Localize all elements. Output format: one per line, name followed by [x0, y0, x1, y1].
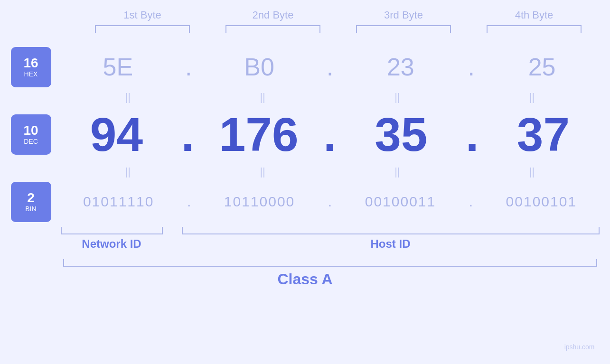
- bracket-top-1: [95, 25, 190, 33]
- bracket-top-4: [487, 25, 582, 33]
- eq1-4: ||: [485, 91, 580, 103]
- eq1-1: ||: [80, 91, 175, 103]
- dec-badge-num: 10: [23, 123, 38, 138]
- bin-dot3: .: [469, 194, 473, 210]
- dec-byte1: 94: [69, 107, 164, 162]
- bin-byte1: 01011110: [71, 194, 166, 210]
- id-labels-row: Network ID Host ID: [11, 237, 600, 251]
- bin-row: 2 BIN 01011110 . 10110000 . 00100011 . 0…: [11, 182, 600, 222]
- bin-badge-label: BIN: [25, 205, 36, 213]
- dec-badge-label: DEC: [24, 138, 38, 145]
- bracket-host-id: [182, 227, 600, 234]
- hex-dot1: .: [185, 53, 192, 81]
- bin-dot2: .: [328, 194, 332, 210]
- equals-row-1: || || || ||: [11, 91, 600, 103]
- bracket-network-id: [61, 227, 163, 234]
- byte3-header: 3rd Byte: [351, 9, 456, 21]
- dec-row: 10 DEC 94 . 176 . 35 . 37: [11, 107, 600, 162]
- eq1-2: ||: [215, 91, 310, 103]
- bin-badge: 2 BIN: [11, 182, 51, 222]
- bin-badge-num: 2: [27, 191, 35, 205]
- bin-dot1: .: [187, 194, 191, 210]
- eq1-3: ||: [350, 91, 445, 103]
- byte-headers: 1st Byte 2nd Byte 3rd Byte 4th Byte: [11, 9, 600, 21]
- eq2-1: ||: [80, 166, 175, 178]
- top-brackets: [11, 25, 600, 33]
- bin-byte4: 00100101: [494, 194, 589, 210]
- dec-badge: 10 DEC: [11, 114, 51, 155]
- bin-values: 01011110 . 10110000 . 00100011 . 0010010…: [61, 194, 600, 210]
- bracket-top-2: [225, 25, 320, 33]
- hex-dot2: .: [327, 53, 333, 81]
- class-label-row: Class A: [11, 271, 600, 288]
- byte4-header: 4th Byte: [482, 9, 586, 21]
- dec-dot3: .: [466, 107, 479, 162]
- bottom-bracket-area: [11, 227, 600, 234]
- watermark: ipshu.com: [564, 343, 595, 351]
- bin-byte3: 00100011: [353, 194, 448, 210]
- hex-byte1: 5E: [70, 53, 165, 81]
- hex-dot3: .: [468, 53, 475, 81]
- equals-row-2: || || || ||: [11, 166, 600, 178]
- eq2-4: ||: [485, 166, 580, 178]
- class-label: Class A: [277, 271, 332, 288]
- dec-byte3: 35: [354, 107, 449, 162]
- main-container: 1st Byte 2nd Byte 3rd Byte 4th Byte 16 H…: [11, 9, 600, 355]
- bracket-top-3: [356, 25, 451, 33]
- dec-dot2: .: [323, 107, 337, 162]
- dec-dot1: .: [181, 107, 194, 162]
- bin-byte2: 10110000: [212, 194, 307, 210]
- hex-badge-num: 16: [23, 56, 38, 71]
- hex-values: 5E . B0 . 23 . 25: [61, 53, 600, 81]
- host-id-label: Host ID: [182, 237, 600, 251]
- hex-badge-label: HEX: [24, 70, 38, 78]
- dec-byte2: 176: [211, 107, 306, 162]
- bracket-class: [63, 259, 597, 267]
- byte2-header: 2nd Byte: [221, 9, 325, 21]
- byte1-header: 1st Byte: [90, 9, 195, 21]
- dec-values: 94 . 176 . 35 . 37: [61, 107, 600, 162]
- eq2-2: ||: [215, 166, 310, 178]
- hex-badge: 16 HEX: [11, 47, 51, 87]
- eq2-3: ||: [350, 166, 445, 178]
- network-id-label: Network ID: [61, 237, 163, 251]
- dec-byte4: 37: [496, 107, 591, 162]
- hex-row: 16 HEX 5E . B0 . 23 . 25: [11, 47, 600, 87]
- hex-byte4: 25: [495, 53, 590, 81]
- hex-byte3: 23: [353, 53, 448, 81]
- hex-byte2: B0: [212, 53, 307, 81]
